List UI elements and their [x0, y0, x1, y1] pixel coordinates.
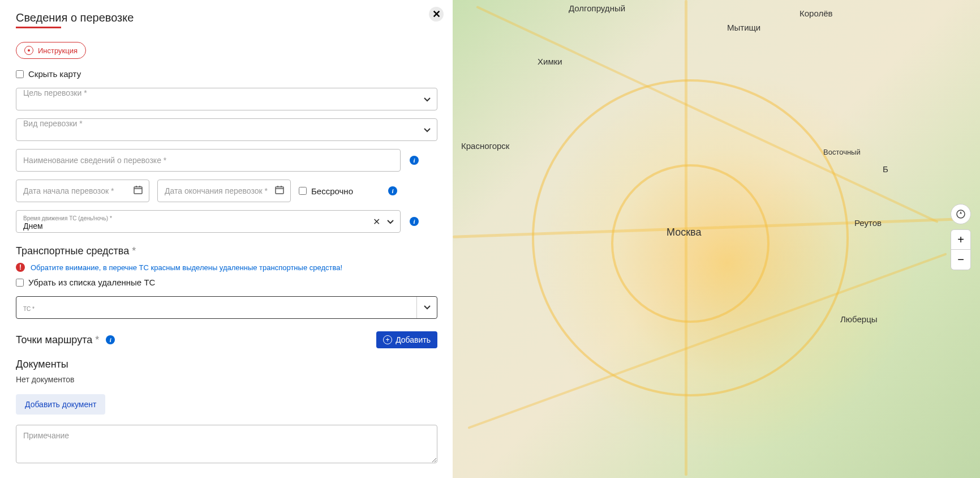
indefinite-label[interactable]: Бессрочно — [311, 186, 353, 196]
name-row: i — [16, 149, 437, 172]
map-zoom-controls: + − — [951, 229, 971, 270]
date-start-wrap — [16, 180, 149, 202]
warning-text: Обратите внимание, в перечне ТС красным … — [31, 263, 342, 272]
dates-row: Бессрочно i — [16, 180, 437, 202]
indefinite-checkbox[interactable] — [299, 187, 307, 195]
movement-time-select[interactable]: Время движения ТС (день/ночь) * Днем ✕ — [16, 210, 401, 233]
type-select[interactable]: Вид перевозки * — [16, 118, 437, 141]
purpose-select[interactable]: Цель перевозки * — [16, 88, 437, 110]
documents-section: Документы Нет документов Добавить докуме… — [16, 358, 437, 415]
location-pin-icon — [24, 46, 33, 55]
form-panel: ✕ Сведения о перевозке Инструкция Скрыть… — [0, 0, 453, 478]
route-title: Точки маршрута * — [16, 334, 99, 346]
plus-circle-icon: + — [383, 335, 392, 344]
add-button-label: Добавить — [396, 335, 431, 344]
no-documents-text: Нет документов — [16, 375, 437, 384]
required-indicator: * — [132, 245, 136, 257]
info-icon[interactable]: i — [106, 335, 115, 344]
movement-time-label: Время движения ТС (день/ночь) * — [23, 215, 366, 221]
info-icon[interactable]: i — [410, 217, 419, 226]
add-document-button[interactable]: Добавить документ — [16, 394, 105, 415]
instruction-label: Инструкция — [38, 46, 78, 55]
route-title-wrap: Точки маршрута * i — [16, 334, 115, 346]
calendar-icon[interactable] — [275, 185, 284, 197]
time-row: Время движения ТС (день/ночь) * Днем ✕ i — [16, 210, 437, 245]
map-city-khimki: Химки — [538, 57, 562, 66]
ts-select[interactable]: ТС * — [16, 296, 437, 319]
map-city-balashikha: Б — [883, 164, 888, 174]
ts-select-main: ТС * — [16, 297, 416, 318]
info-icon[interactable]: i — [410, 156, 419, 165]
required-indicator: * — [95, 334, 99, 345]
zoom-in-button[interactable]: + — [951, 229, 971, 250]
vehicles-title: Транспортные средства * — [16, 245, 437, 257]
clear-icon[interactable]: ✕ — [373, 216, 380, 227]
calendar-icon[interactable] — [134, 185, 143, 197]
remove-deleted-checkbox[interactable] — [16, 279, 24, 287]
map-city-reutov: Реутов — [854, 218, 882, 228]
map-city-korolev: Королёв — [800, 8, 833, 18]
date-start-input[interactable] — [16, 180, 149, 202]
zoom-out-button[interactable]: − — [951, 250, 971, 270]
date-end-wrap — [157, 180, 291, 202]
chevron-down-icon — [387, 216, 394, 227]
documents-title: Документы — [16, 358, 437, 370]
remove-deleted-row: Убрать из списка удаленные ТС — [16, 278, 437, 287]
movement-time-value: Днем — [23, 221, 366, 231]
ts-select-box: ТС * — [16, 296, 437, 319]
title-underline — [16, 27, 61, 28]
type-select-box: Вид перевозки * — [16, 118, 437, 141]
hide-map-row: Скрыть карту — [16, 69, 437, 79]
map-city-dolgoprudny: Долгопрудный — [569, 3, 625, 13]
purpose-select-box: Цель перевозки * — [16, 88, 437, 110]
map-city-vostochny: Восточный — [823, 148, 861, 156]
svg-rect-0 — [134, 187, 142, 194]
map-compass-button[interactable] — [951, 204, 971, 224]
map-city-moscow: Москва — [667, 227, 701, 238]
map-surface[interactable]: Москва Химки Мытищи Королёв Долгопрудный… — [453, 0, 980, 478]
hide-map-label[interactable]: Скрыть карту — [28, 69, 81, 79]
ts-label: ТС * — [23, 306, 410, 312]
map-city-krasnogorsk: Красногорск — [461, 141, 509, 151]
map-city-lyubertsy: Люберцы — [840, 314, 878, 324]
vehicles-warning: ! Обратите внимание, в перечне ТС красны… — [16, 263, 437, 272]
indefinite-row: Бессрочно — [299, 186, 353, 196]
movement-time-box: Время движения ТС (день/ночь) * Днем — [16, 210, 401, 233]
date-end-input[interactable] — [157, 180, 291, 202]
hide-map-checkbox[interactable] — [16, 70, 24, 78]
page-title: Сведения о перевозке — [16, 11, 437, 24]
route-header: Точки маршрута * i + Добавить — [16, 331, 437, 348]
name-input[interactable] — [16, 149, 401, 172]
info-icon[interactable]: i — [388, 186, 397, 195]
remove-deleted-label[interactable]: Убрать из списка удаленные ТС — [28, 278, 155, 287]
add-route-point-button[interactable]: + Добавить — [376, 331, 437, 348]
svg-rect-4 — [276, 187, 283, 194]
instruction-button[interactable]: Инструкция — [16, 42, 86, 59]
map-panel[interactable]: Москва Химки Мытищи Королёв Долгопрудный… — [453, 0, 980, 478]
vehicles-section: Транспортные средства * ! Обратите внима… — [16, 245, 437, 319]
ts-chevron-button[interactable] — [416, 297, 437, 318]
close-button[interactable]: ✕ — [429, 7, 444, 22]
notes-textarea[interactable] — [16, 425, 437, 463]
map-city-mytishchi: Мытищи — [727, 23, 760, 32]
warning-icon: ! — [16, 263, 25, 272]
